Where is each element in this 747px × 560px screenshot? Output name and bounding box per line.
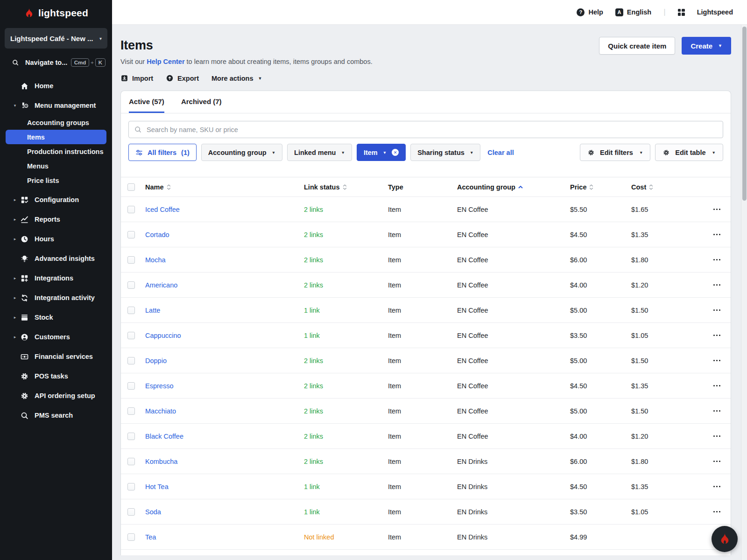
item-name-link[interactable]: Hot Tea bbox=[145, 483, 169, 490]
sidebar-item-configuration[interactable]: ▸Configuration bbox=[0, 190, 112, 210]
sidebar-item-pms-search[interactable]: PMS search bbox=[0, 406, 112, 425]
navigate-to[interactable]: Navigate to... Cmd + K bbox=[0, 55, 112, 70]
lightspeed-assistant-fab[interactable] bbox=[712, 526, 738, 552]
sidebar-item-api-ordering-setup[interactable]: API ordering setup bbox=[0, 386, 112, 406]
sidebar-item-customers[interactable]: ▸Customers bbox=[0, 327, 112, 347]
row-checkbox[interactable] bbox=[127, 433, 135, 440]
sidebar-subitem-accounting-groups[interactable]: Accounting groups bbox=[6, 115, 106, 130]
create-button[interactable]: Create ▼ bbox=[682, 37, 731, 55]
item-name-link[interactable]: Iced Coffee bbox=[145, 206, 180, 213]
row-checkbox[interactable] bbox=[127, 231, 135, 238]
row-actions-button[interactable] bbox=[712, 382, 722, 390]
quick-create-item-button[interactable]: Quick create item bbox=[599, 37, 675, 55]
sidebar-item-hours[interactable]: ▸Hours bbox=[0, 229, 112, 249]
sidebar-item-pos-tasks[interactable]: POS tasks bbox=[0, 366, 112, 386]
row-actions-button[interactable] bbox=[712, 357, 722, 364]
row-checkbox[interactable] bbox=[127, 357, 135, 364]
row-actions-button[interactable] bbox=[712, 256, 722, 264]
item-name-link[interactable]: Americano bbox=[145, 281, 177, 289]
row-checkbox[interactable] bbox=[127, 382, 135, 390]
sidebar-subitem-price-lists[interactable]: Price lists bbox=[6, 173, 106, 188]
export-button[interactable]: Export bbox=[166, 74, 199, 82]
sidebar-item-reports[interactable]: ▸Reports bbox=[0, 210, 112, 229]
row-actions-button[interactable] bbox=[712, 231, 722, 238]
sidebar-item-home[interactable]: Home bbox=[0, 76, 112, 96]
sidebar-subitem-menus[interactable]: Menus bbox=[6, 159, 106, 173]
chevron-down-icon: ▼ bbox=[258, 76, 262, 81]
item-type-filter-active[interactable]: Item ▼ ✕ bbox=[357, 144, 406, 161]
language-menu[interactable]: A English bbox=[615, 8, 651, 16]
item-name-link[interactable]: Macchiato bbox=[145, 407, 176, 415]
sidebar-item-stock[interactable]: ▸Stock bbox=[0, 308, 112, 327]
select-all-checkbox[interactable] bbox=[127, 183, 135, 191]
row-actions-button[interactable] bbox=[712, 281, 722, 289]
clear-all-filters-link[interactable]: Clear all bbox=[487, 149, 514, 156]
item-name-link[interactable]: Doppio bbox=[145, 357, 167, 364]
scrollbar-thumb[interactable] bbox=[742, 27, 747, 201]
sidebar-item-menu-management[interactable]: ▾Menu management bbox=[0, 96, 112, 115]
sidebar-item-integrations[interactable]: ▸Integrations bbox=[0, 268, 112, 288]
sidebar-item-integration-activity[interactable]: ▸Integration activity bbox=[0, 288, 112, 308]
item-name-link[interactable]: Espresso bbox=[145, 382, 173, 390]
sidebar-subitem-production-instructions[interactable]: Production instructions bbox=[6, 144, 106, 159]
row-checkbox[interactable] bbox=[127, 256, 135, 264]
help-menu[interactable]: ? Help bbox=[577, 8, 603, 16]
edit-table-button[interactable]: Edit table ▼ bbox=[655, 144, 723, 161]
location-selector[interactable]: Lightspeed Café - New ... ▾ bbox=[5, 28, 107, 49]
item-name-link[interactable]: Cappuccino bbox=[145, 332, 181, 339]
row-checkbox[interactable] bbox=[127, 483, 135, 490]
row-actions-button[interactable] bbox=[712, 206, 722, 213]
remove-filter-icon[interactable]: ✕ bbox=[392, 149, 399, 156]
search-input[interactable] bbox=[128, 121, 723, 138]
item-name-link[interactable]: Tea bbox=[145, 533, 156, 541]
row-checkbox[interactable] bbox=[127, 508, 135, 516]
all-filters-button[interactable]: All filters (1) bbox=[128, 144, 197, 161]
tab-active-items[interactable]: Active (57) bbox=[129, 91, 164, 113]
sharing-status-filter[interactable]: Sharing status ▼ bbox=[410, 144, 480, 161]
edit-filters-button[interactable]: Edit filters ▼ bbox=[580, 144, 650, 161]
apps-grid-icon[interactable] bbox=[678, 9, 685, 16]
sidebar-item-advanced-insights[interactable]: Advanced insights bbox=[0, 249, 112, 268]
tab-archived-items[interactable]: Archived (7) bbox=[181, 91, 222, 113]
row-actions-button[interactable] bbox=[712, 433, 722, 440]
account-menu[interactable]: Lightspeed bbox=[697, 8, 733, 16]
row-actions-button[interactable] bbox=[712, 407, 722, 415]
row-actions-button[interactable] bbox=[712, 332, 722, 339]
item-name-link[interactable]: Mocha bbox=[145, 256, 166, 264]
item-name-link[interactable]: Soda bbox=[145, 508, 161, 516]
row-actions-button[interactable] bbox=[712, 307, 722, 314]
column-header-name[interactable]: Name bbox=[145, 183, 304, 191]
sort-ascending-icon bbox=[518, 186, 523, 189]
item-name-link[interactable]: Latte bbox=[145, 307, 160, 314]
row-actions-button[interactable] bbox=[712, 483, 722, 490]
row-checkbox[interactable] bbox=[127, 332, 135, 339]
row-actions-button[interactable] bbox=[712, 508, 722, 516]
more-actions-button[interactable]: More actions ▼ bbox=[211, 75, 262, 82]
row-checkbox[interactable] bbox=[127, 533, 135, 541]
column-header-price[interactable]: Price bbox=[570, 183, 631, 191]
item-cost: $1.35 bbox=[631, 231, 692, 238]
item-name-link[interactable]: Black Coffee bbox=[145, 433, 183, 440]
row-checkbox[interactable] bbox=[127, 407, 135, 415]
item-type: Item bbox=[388, 433, 457, 440]
location-label: Lightspeed Café - New ... bbox=[10, 35, 97, 42]
vertical-scrollbar[interactable] bbox=[741, 25, 747, 560]
column-header-cost[interactable]: Cost bbox=[631, 183, 692, 191]
sidebar-item-label: Home bbox=[35, 82, 53, 90]
chevron-right-icon: ▸ bbox=[11, 197, 19, 202]
linked-menu-filter[interactable]: Linked menu ▼ bbox=[287, 144, 352, 161]
accounting-group-filter[interactable]: Accounting group ▼ bbox=[201, 144, 282, 161]
sidebar-subitem-items[interactable]: Items bbox=[6, 130, 106, 144]
row-checkbox[interactable] bbox=[127, 281, 135, 289]
help-center-link[interactable]: Help Center bbox=[147, 58, 184, 65]
item-name-link[interactable]: Cortado bbox=[145, 231, 169, 238]
import-button[interactable]: Import bbox=[120, 74, 153, 82]
column-header-link-status[interactable]: Link status bbox=[304, 183, 388, 191]
item-name-link[interactable]: Kombucha bbox=[145, 458, 177, 465]
sidebar-item-financial-services[interactable]: Financial services bbox=[0, 347, 112, 366]
column-header-accounting-group[interactable]: Accounting group bbox=[457, 183, 570, 191]
row-checkbox[interactable] bbox=[127, 206, 135, 213]
row-checkbox[interactable] bbox=[127, 307, 135, 314]
row-actions-button[interactable] bbox=[712, 458, 722, 465]
row-checkbox[interactable] bbox=[127, 458, 135, 465]
